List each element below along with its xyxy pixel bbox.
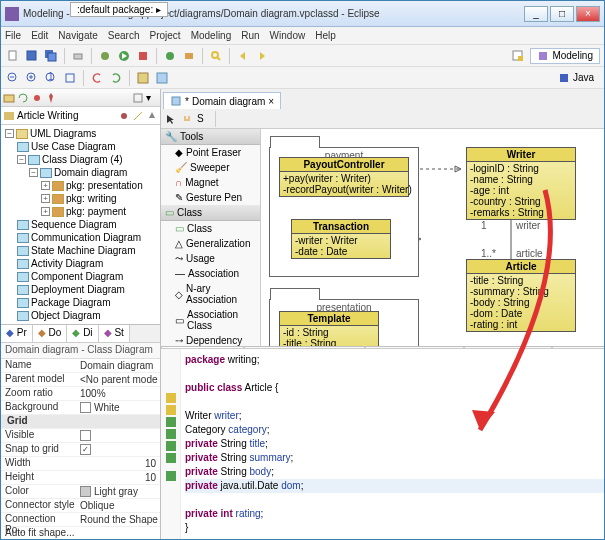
class-transaction[interactable]: Transaction -writer : Writer-date : Date bbox=[291, 219, 391, 259]
prop-snap-v[interactable]: ✓ bbox=[76, 443, 160, 456]
close-tab-icon[interactable]: × bbox=[268, 96, 274, 107]
link-icon[interactable] bbox=[31, 92, 43, 104]
tab-pr[interactable]: ◆ Pr bbox=[1, 325, 33, 342]
editor-tab-template[interactable]: Template.java bbox=[464, 347, 552, 348]
prop-visible-v[interactable] bbox=[76, 429, 160, 442]
tab-di[interactable]: ◆ Di bbox=[67, 325, 98, 342]
menu-run[interactable]: Run bbox=[241, 30, 259, 41]
save-button[interactable] bbox=[24, 48, 40, 64]
open-perspective-button[interactable] bbox=[510, 48, 526, 64]
palette-point-eraser[interactable]: ◆Point Eraser bbox=[161, 145, 260, 160]
tree-domain[interactable]: Domain diagram bbox=[54, 167, 127, 178]
package-button[interactable] bbox=[181, 48, 197, 64]
menu-project[interactable]: Project bbox=[150, 30, 181, 41]
zoom-fit-button[interactable] bbox=[62, 70, 78, 86]
nav-fwd-button[interactable] bbox=[254, 48, 270, 64]
tree-usecase[interactable]: Use Case Diagram bbox=[31, 141, 115, 152]
model-explorer-button[interactable] bbox=[135, 70, 151, 86]
menu-search[interactable]: Search bbox=[108, 30, 140, 41]
view-menu-icon[interactable]: ▾ bbox=[146, 92, 158, 104]
tree-statemachine[interactable]: State Machine Diagram bbox=[31, 245, 136, 256]
zoom-100-button[interactable]: 1 bbox=[43, 70, 59, 86]
code-editor[interactable]: package writing; public class Article { … bbox=[161, 349, 604, 539]
class-payoutcontroller[interactable]: PayoutController +pay(writer : Writer)-r… bbox=[279, 157, 409, 197]
search-button[interactable] bbox=[208, 48, 224, 64]
editor-tab-transaction[interactable]: Transaction.java bbox=[365, 347, 464, 348]
palette-sweeper[interactable]: 🧹Sweeper bbox=[161, 160, 260, 175]
diagram-tree[interactable]: −UML Diagrams Use Case Diagram −Class Di… bbox=[1, 125, 160, 324]
menu-window[interactable]: Window bbox=[270, 30, 306, 41]
tab-st[interactable]: ◆ St bbox=[99, 325, 130, 342]
tree-communication[interactable]: Communication Diagram bbox=[31, 232, 141, 243]
prop-parent-v[interactable]: <No parent mode bbox=[76, 373, 160, 386]
palette-generalization[interactable]: △Generalization bbox=[161, 236, 260, 251]
prop-grid-cat[interactable]: Grid bbox=[3, 415, 78, 428]
ext-tools-button[interactable] bbox=[135, 48, 151, 64]
spanner-icon[interactable] bbox=[118, 110, 130, 122]
diagram-canvas[interactable]: 1writer 1..*article payment PayoutContro… bbox=[261, 129, 604, 346]
palette-dependency[interactable]: ⤍Dependency bbox=[161, 333, 260, 346]
maximize-button[interactable]: □ bbox=[550, 6, 574, 22]
prop-autofit-v[interactable] bbox=[76, 527, 160, 539]
palette-gesture[interactable]: ✎Gesture Pen bbox=[161, 190, 260, 205]
class-article[interactable]: Article -title : String-summary : String… bbox=[466, 259, 576, 332]
new-button[interactable] bbox=[5, 48, 21, 64]
prop-zoom-v[interactable]: 100% bbox=[76, 387, 160, 400]
palette-magnet[interactable]: ∩Magnet bbox=[161, 175, 260, 190]
menu-modeling[interactable]: Modeling bbox=[191, 30, 232, 41]
pin-icon[interactable] bbox=[45, 92, 57, 104]
tree-activity[interactable]: Activity Diagram bbox=[31, 258, 103, 269]
nav-back-button[interactable] bbox=[235, 48, 251, 64]
menu-help[interactable]: Help bbox=[315, 30, 336, 41]
debug-button[interactable] bbox=[97, 48, 113, 64]
tab-do[interactable]: ◆ Do bbox=[33, 325, 68, 342]
tree-pkg-payment[interactable]: pkg: payment bbox=[66, 206, 126, 217]
diagram-tab-domain[interactable]: *Domain diagram × bbox=[163, 92, 281, 109]
close-button[interactable]: × bbox=[576, 6, 600, 22]
tree-deployment[interactable]: Deployment Diagram bbox=[31, 284, 125, 295]
undo-button[interactable] bbox=[89, 70, 105, 86]
class-button[interactable] bbox=[162, 48, 178, 64]
wand-icon[interactable] bbox=[132, 110, 144, 122]
tree-object[interactable]: Object Diagram bbox=[31, 310, 100, 321]
tree-component[interactable]: Component Diagram bbox=[31, 271, 123, 282]
prop-connpo-v[interactable]: Round the Shape bbox=[76, 513, 160, 526]
minimize-button[interactable]: _ bbox=[524, 6, 548, 22]
menu-edit[interactable]: Edit bbox=[31, 30, 48, 41]
prop-bg-v[interactable]: White bbox=[76, 401, 160, 414]
palette-tools-header[interactable]: 🔧Tools bbox=[161, 129, 260, 145]
perspective-modeling[interactable]: Modeling bbox=[530, 48, 600, 64]
zoom-in-button[interactable] bbox=[24, 70, 40, 86]
palette-nary[interactable]: ◇N-ary Association bbox=[161, 281, 260, 307]
hand-icon[interactable] bbox=[181, 113, 193, 125]
refresh-icon[interactable] bbox=[17, 92, 29, 104]
zoom-out-button[interactable] bbox=[5, 70, 21, 86]
prop-height-v[interactable]: 10 bbox=[76, 471, 160, 484]
redo-button[interactable] bbox=[108, 70, 124, 86]
menu-file[interactable]: File bbox=[5, 30, 21, 41]
collapse-icon[interactable] bbox=[132, 92, 144, 104]
tree-pkg-writing[interactable]: pkg: writing bbox=[66, 193, 117, 204]
palette-assoc-class[interactable]: ▭Association Class bbox=[161, 307, 260, 333]
palette-class-header[interactable]: ▭Class bbox=[161, 205, 260, 221]
editor-tab-theme[interactable]: Theme.java bbox=[552, 347, 604, 348]
diagram-button[interactable] bbox=[154, 70, 170, 86]
palette-class[interactable]: ▭Class bbox=[161, 221, 260, 236]
save-all-button[interactable] bbox=[43, 48, 59, 64]
tree-sequence[interactable]: Sequence Diagram bbox=[31, 219, 117, 230]
prop-color-v[interactable]: Light gray bbox=[76, 485, 160, 498]
cursor-icon[interactable] bbox=[165, 113, 177, 125]
palette-association[interactable]: —Association bbox=[161, 266, 260, 281]
editor-tab-payout[interactable]: PayoutController.java bbox=[244, 347, 365, 348]
tree-package[interactable]: Package Diagram bbox=[31, 297, 110, 308]
sort-icon[interactable] bbox=[146, 110, 158, 122]
prop-connstyle-v[interactable]: Oblique bbox=[76, 499, 160, 512]
editor-tab-article[interactable]: JArticle.java × bbox=[161, 347, 244, 348]
prop-name-v[interactable]: Domain diagram bbox=[76, 359, 160, 372]
tree-pkg-pres[interactable]: pkg: presentation bbox=[66, 180, 143, 191]
class-writer[interactable]: Writer -loginID : String-name : String-a… bbox=[466, 147, 576, 220]
perspective-java[interactable]: Java bbox=[552, 71, 600, 85]
run-button[interactable] bbox=[116, 48, 132, 64]
save-diag-icon[interactable]: S bbox=[197, 113, 209, 125]
tree-uml[interactable]: UML Diagrams bbox=[30, 128, 96, 139]
